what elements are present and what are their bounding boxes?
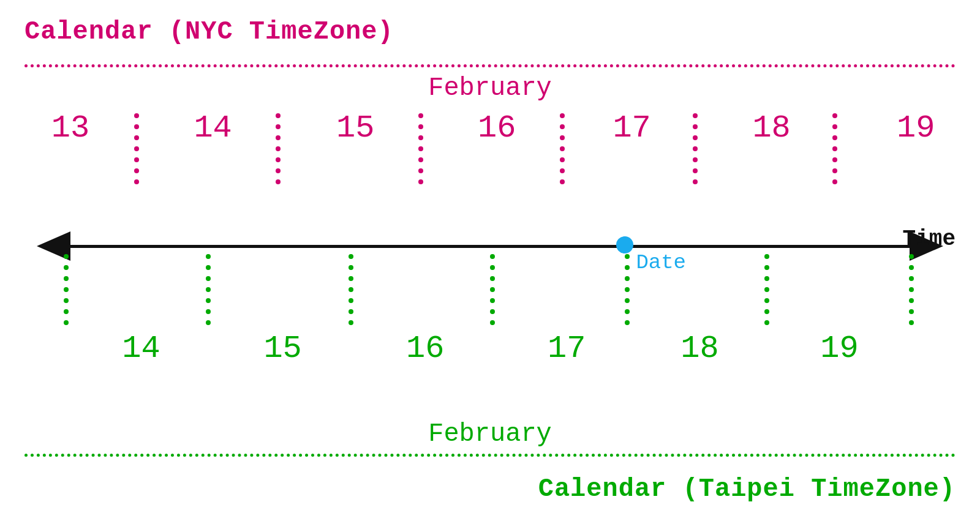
pink-dot (693, 157, 698, 162)
pink-dot (418, 113, 423, 118)
pink-dot (418, 135, 423, 140)
green-dot (625, 265, 630, 270)
pink-dot (134, 179, 139, 184)
green-dot (625, 320, 630, 325)
green-dot (625, 254, 630, 259)
pink-dot (134, 124, 139, 129)
pink-dot (832, 124, 837, 129)
green-dot (490, 298, 495, 303)
green-dot (490, 276, 495, 281)
green-dot (349, 309, 353, 314)
green-dot-column (764, 254, 769, 325)
pink-dot (832, 135, 837, 140)
pink-dot-column (832, 113, 837, 184)
green-dot-column (64, 254, 69, 325)
green-day-label: 14 (122, 331, 160, 367)
pink-dot-column (276, 113, 281, 184)
pink-dot (418, 146, 423, 151)
pink-dot (418, 168, 423, 173)
green-dot (909, 309, 914, 314)
green-dot (64, 254, 69, 259)
green-day-label: 16 (406, 331, 444, 367)
pink-dot (276, 113, 281, 118)
green-dot (764, 320, 769, 325)
pink-day-label: 16 (478, 110, 516, 146)
green-dot (490, 287, 495, 292)
pink-dot (560, 135, 565, 140)
pink-day-label: 14 (194, 110, 232, 146)
pink-dot (418, 124, 423, 129)
pink-dot (832, 179, 837, 184)
pink-dot (560, 124, 565, 129)
green-dot (206, 320, 211, 325)
green-dot (490, 254, 495, 259)
pink-dot-column (418, 113, 423, 184)
pink-day-label: 17 (612, 110, 650, 146)
green-dot (349, 254, 353, 259)
date-label: Date (636, 251, 686, 274)
green-dot (206, 276, 211, 281)
pink-dot (693, 146, 698, 151)
green-day-label: 17 (548, 331, 586, 367)
february-label-bottom: February (0, 419, 980, 449)
date-dot (616, 236, 633, 253)
pink-dot (418, 179, 423, 184)
pink-dot (693, 135, 698, 140)
green-dot (206, 298, 211, 303)
green-dot (349, 276, 353, 281)
green-dot (909, 320, 914, 325)
green-dot (64, 287, 69, 292)
green-dot (625, 287, 630, 292)
pink-dot (832, 168, 837, 173)
pink-dot (693, 179, 698, 184)
green-dot (764, 254, 769, 259)
pink-dot (560, 146, 565, 151)
green-dot (764, 276, 769, 281)
green-dot (206, 287, 211, 292)
green-day-label: 15 (263, 331, 301, 367)
green-dot-column (349, 254, 353, 325)
pink-dot (276, 146, 281, 151)
pink-dot (560, 113, 565, 118)
pink-day-label: 13 (51, 110, 89, 146)
green-dot (625, 276, 630, 281)
pink-dot (693, 124, 698, 129)
green-dot (349, 320, 353, 325)
title-nyc: Calendar (NYC TimeZone) (24, 17, 394, 47)
pink-dot (832, 146, 837, 151)
pink-dot (134, 157, 139, 162)
pink-dot (693, 168, 698, 173)
green-dot (206, 309, 211, 314)
pink-dot (693, 113, 698, 118)
pink-dot (560, 179, 565, 184)
timeline-line (61, 245, 919, 248)
green-day-label: 19 (820, 331, 858, 367)
pink-dot (276, 168, 281, 173)
green-dot (64, 265, 69, 270)
green-dot (625, 309, 630, 314)
green-dot (64, 298, 69, 303)
green-dot (64, 320, 69, 325)
pink-dot (276, 157, 281, 162)
green-dot (206, 265, 211, 270)
green-dot-column (625, 254, 630, 325)
pink-dot (134, 146, 139, 151)
pink-dot (418, 157, 423, 162)
pink-dot (560, 168, 565, 173)
green-dot (909, 265, 914, 270)
pink-dot (276, 135, 281, 140)
green-dot (764, 298, 769, 303)
title-taipei: Calendar (Taipei TimeZone) (538, 474, 956, 504)
green-dot (909, 254, 914, 259)
green-dot (349, 298, 353, 303)
green-dot (349, 287, 353, 292)
pink-day-label: 19 (897, 110, 935, 146)
green-dot (909, 287, 914, 292)
green-dot (909, 276, 914, 281)
green-dot-column (490, 254, 495, 325)
pink-dot-column (560, 113, 565, 184)
green-dot (764, 287, 769, 292)
pink-dot-column (693, 113, 698, 184)
top-border-line (24, 64, 956, 67)
green-dot (64, 276, 69, 281)
